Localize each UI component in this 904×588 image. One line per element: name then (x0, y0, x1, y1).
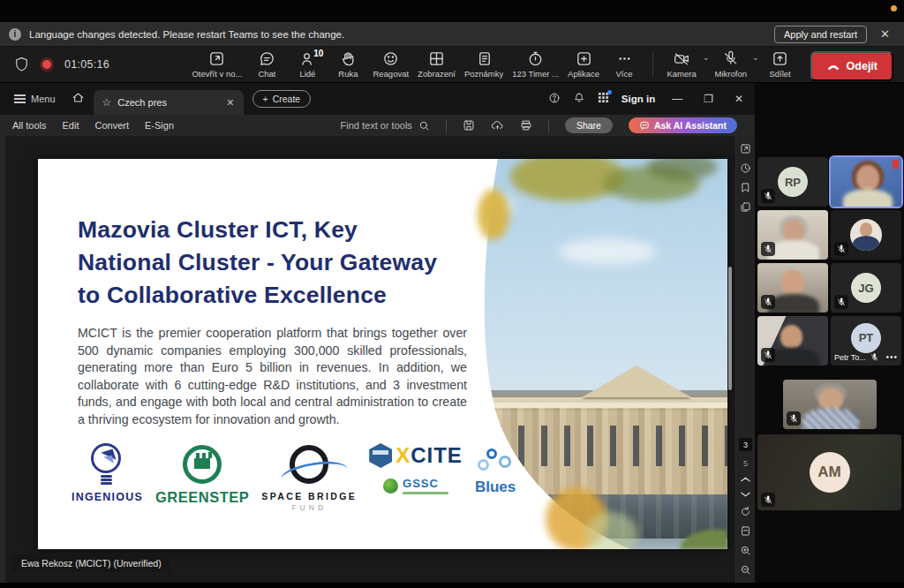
mic-muted-icon (761, 295, 775, 309)
share-button[interactable]: Share (565, 117, 613, 133)
participant-tile-video-3[interactable] (757, 316, 828, 366)
logo-greenstep: GREENSTEP (155, 443, 249, 506)
acrobat-toolbar: All tools Edit Convert E-Sign Find text … (0, 115, 755, 136)
avatar: RP (778, 167, 808, 197)
mic-options-chevron-icon[interactable]: ⌄ (752, 53, 759, 62)
tile-logo-mark (893, 160, 899, 169)
restore-icon[interactable]: ❐ (699, 93, 718, 105)
export-pdf-icon[interactable] (740, 143, 751, 155)
avatar: PT (851, 323, 881, 353)
share-screen-button[interactable]: Sdílet (761, 48, 800, 81)
avatar: AM (810, 452, 850, 493)
print-button[interactable] (520, 119, 532, 132)
esign-button[interactable]: E-Sign (145, 120, 174, 131)
participant-tile-video-1[interactable] (757, 210, 828, 260)
language-banner: i Language changes detected. Please rest… (0, 22, 904, 47)
chat-button[interactable]: Chat (247, 48, 286, 81)
apply-restart-button[interactable]: Apply and restart (774, 26, 867, 43)
foreground-leaves (478, 189, 509, 240)
open-new-window-icon (208, 50, 225, 67)
participant-tile-jg[interactable]: JG (831, 263, 901, 313)
all-tools-button[interactable]: All tools (12, 120, 47, 131)
view-button[interactable]: Zobrazení (414, 48, 459, 81)
apps-button[interactable]: Aplikace (564, 48, 603, 81)
camera-options-chevron-icon[interactable]: ⌄ (703, 53, 710, 62)
home-icon (72, 91, 85, 104)
react-button[interactable]: Reagovat (369, 48, 412, 81)
next-page-chevron-icon[interactable] (741, 491, 750, 498)
participant-tile-pt[interactable]: PT Petr To... ••• (831, 316, 901, 366)
camera-button[interactable]: Kamera (662, 48, 701, 81)
acrobat-menu-button[interactable]: Menu (7, 89, 63, 109)
zoom-out-icon[interactable] (740, 564, 751, 576)
help-icon[interactable] (548, 92, 561, 107)
printer-icon (520, 119, 532, 132)
previous-page-chevron-icon[interactable] (741, 476, 750, 483)
shared-screen-acrobat: Menu ☆ Czech pres ✕ + Create (0, 83, 755, 583)
toolbar-divider (446, 119, 447, 132)
banner-close-icon[interactable]: ✕ (875, 27, 895, 41)
mic-muted-icon (761, 189, 775, 203)
save-icon (463, 119, 475, 132)
page-total: 5 (743, 459, 748, 468)
notes-button[interactable]: Poznámky (461, 48, 507, 81)
tile-more-icon[interactable]: ••• (885, 352, 898, 362)
recording-indicator-dot (891, 5, 897, 11)
window-titlebar (0, 0, 904, 22)
bookmark-icon[interactable] (740, 182, 751, 193)
ask-ai-assistant-button[interactable]: Ask AI Assistant (629, 117, 737, 133)
teams-meeting-window: i Language changes detected. Please rest… (0, 0, 904, 588)
meeting-timer: 01:05:16 (64, 58, 109, 71)
participant-tile-am[interactable]: AM (757, 434, 901, 510)
vertical-scrollbar[interactable] (728, 267, 732, 390)
more-dots-icon (616, 50, 633, 67)
participant-name-label: Petr To... ••• (834, 352, 898, 362)
find-input[interactable]: Find text or tools (341, 120, 430, 132)
hamburger-icon (14, 93, 26, 106)
ingenious-bulb-icon (88, 443, 125, 484)
notifications-bell-icon[interactable] (573, 92, 585, 107)
acrobat-home-button[interactable] (63, 87, 94, 111)
more-button[interactable]: Více (605, 48, 644, 81)
page-thumbnails-icon[interactable] (740, 201, 751, 213)
zoom-in-icon[interactable] (740, 545, 751, 556)
logo-blues: Blues (475, 443, 516, 496)
people-button[interactable]: 10 Lidé (288, 48, 327, 81)
save-button[interactable] (463, 119, 475, 132)
timer-app-button[interactable]: 123 Timer ... (508, 48, 562, 81)
rotate-page-icon[interactable] (740, 506, 751, 517)
edit-button[interactable]: Edit (63, 120, 79, 131)
fit-page-icon[interactable] (740, 525, 751, 537)
info-icon: i (9, 28, 21, 41)
document-area: Mazovia Cluster ICT, Key National Cluste… (0, 136, 755, 583)
open-new-window-button[interactable]: Otevřít v no... (188, 48, 245, 81)
participant-tile-photo-avatar[interactable] (831, 210, 901, 260)
raise-hand-button[interactable]: Ruka (328, 48, 367, 81)
ai-assistant-icon (639, 120, 650, 131)
hangup-icon (826, 63, 840, 71)
apps-grid-icon[interactable] (598, 92, 609, 106)
tab-close-icon[interactable]: ✕ (226, 97, 234, 109)
page-number-input[interactable]: 3 (739, 438, 752, 451)
history-clock-icon[interactable] (740, 162, 751, 174)
minimize-icon[interactable]: — (667, 93, 687, 105)
banner-text: Language changes detected. Please restar… (29, 29, 766, 40)
create-button[interactable]: + Create (252, 90, 312, 108)
sign-in-button[interactable]: Sign in (622, 94, 655, 104)
convert-button[interactable]: Convert (95, 120, 130, 131)
notes-icon (476, 50, 493, 67)
grid-view-icon (428, 50, 445, 67)
toolbar-divider (652, 51, 653, 78)
participant-tile-video-4[interactable] (783, 380, 877, 429)
presentation-slide: Mazovia Cluster ICT, Key National Cluste… (38, 159, 727, 549)
mic-button[interactable]: Mikrofon (712, 48, 750, 81)
participant-tile-speaker[interactable] (831, 157, 901, 207)
document-tab[interactable]: ☆ Czech pres ✕ (94, 90, 244, 115)
participant-tile-video-2[interactable] (757, 263, 828, 313)
cloud-upload-button[interactable] (491, 119, 504, 132)
leave-button[interactable]: Odejít (810, 51, 893, 81)
close-icon[interactable]: ✕ (730, 93, 748, 105)
camera-off-icon (673, 50, 690, 67)
star-icon[interactable]: ☆ (102, 96, 112, 109)
participant-tile-rp[interactable]: RP (757, 157, 828, 207)
